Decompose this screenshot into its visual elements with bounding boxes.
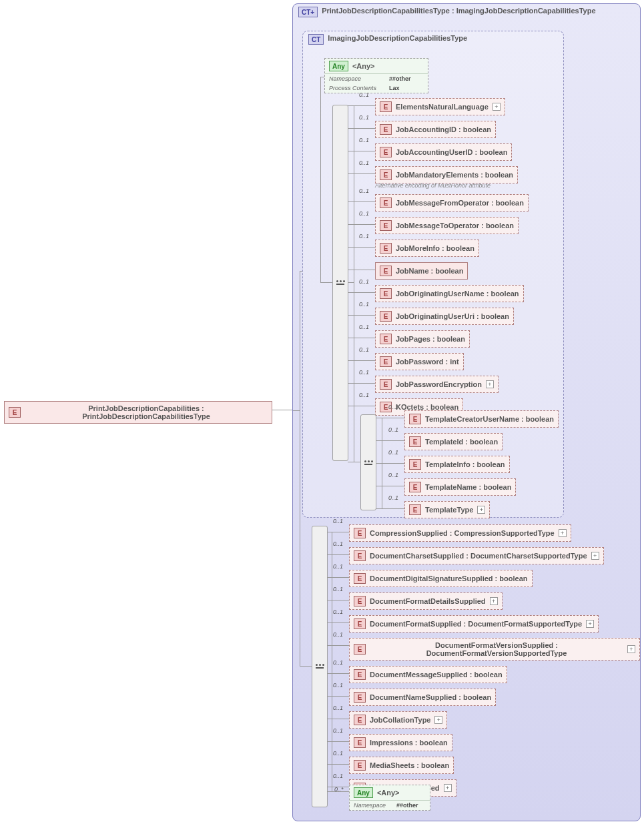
element-node[interactable]: ECompressionSupplied : CompressionSuppor… (349, 524, 571, 542)
element-label: DocumentFormatDetailsSupplied (370, 597, 486, 605)
element-label: TemplateId : boolean (425, 438, 498, 446)
e-icon: E (354, 669, 366, 680)
element-node[interactable]: ETemplateCreatorUserName : boolean (404, 410, 559, 428)
e-icon: E (354, 737, 366, 748)
cardinality: 0..1 (333, 540, 343, 547)
element-label: TemplateCreatorUserName : boolean (425, 415, 554, 423)
cardinality: 0..1 (359, 324, 369, 330)
connector (348, 173, 375, 174)
e-icon: E (354, 692, 366, 703)
any-wildcard[interactable]: Any <Any> Namespace##other Process Conte… (324, 58, 428, 93)
connector (327, 673, 349, 674)
connector (327, 623, 349, 623)
element-node[interactable]: EJobOriginatingUserUri : boolean (375, 308, 514, 325)
element-node[interactable]: EDocumentFormatDetailsSupplied+ (349, 592, 503, 610)
element-node[interactable]: EJobMessageFromOperator : boolean (375, 194, 529, 212)
any-icon: Any (354, 787, 373, 798)
any-ns-key: Namespace (354, 802, 396, 809)
element-node[interactable]: ETemplateName : boolean (404, 478, 516, 496)
element-node[interactable]: EDocumentDigitalSignatureSupplied : bool… (349, 570, 533, 587)
e-icon: E (354, 550, 366, 561)
element-node[interactable]: EJobMessageToOperator : boolean (375, 217, 519, 234)
element-node[interactable]: EJobPages : boolean (375, 330, 470, 348)
cardinality: 0..1 (359, 187, 369, 194)
element-node[interactable]: EJobPasswordEncryption+ (375, 376, 499, 393)
cardinality: 0..1 (333, 705, 343, 711)
element-node[interactable]: ETemplateType+ (404, 501, 490, 518)
ct-inner-container: CT ImagingJobDescriptionCapabilitiesType… (302, 31, 564, 518)
element-node[interactable]: EJobAccountingID : boolean (375, 121, 496, 138)
element-label: ElementsNaturalLanguage (396, 103, 489, 111)
e-icon: E (354, 760, 366, 771)
any-label: <Any> (352, 62, 375, 70)
element-label: TemplateInfo : boolean (425, 460, 505, 468)
element-node[interactable]: EDocumentCharsetSupplied : DocumentChars… (349, 547, 604, 564)
element-label: JobMessageToOperator : boolean (396, 222, 514, 230)
element-node[interactable]: EMediaSheets : boolean (349, 757, 454, 774)
e-icon: E (409, 482, 421, 492)
element-node[interactable]: EJobName : boolean (375, 262, 468, 280)
element-node[interactable]: EJobAccountingUserID : boolean (375, 143, 512, 161)
element-node[interactable]: EJobPassword : int (375, 353, 464, 370)
element-label: DocumentCharsetSupplied : DocumentCharse… (370, 552, 587, 560)
element-node[interactable]: ETemplateId : boolean (404, 433, 503, 450)
any-wildcard[interactable]: Any <Any> Namespace##other (349, 785, 430, 811)
cardinality: 0..1 (359, 369, 369, 376)
expand-icon[interactable]: + (493, 103, 501, 111)
connector (348, 247, 375, 248)
cardinality: 0..1 (333, 750, 343, 757)
e-icon: E (380, 379, 392, 390)
expand-icon[interactable]: + (559, 529, 567, 537)
connector (320, 77, 324, 77)
connector (382, 418, 382, 508)
element-node[interactable]: EJobMandatoryElements : boolean (375, 166, 518, 183)
element-label: Impressions : boolean (370, 739, 448, 747)
e-icon: E (380, 266, 392, 276)
expand-icon[interactable]: + (477, 506, 485, 514)
element-node[interactable]: EElementsNaturalLanguage+ (375, 98, 505, 115)
element-node[interactable]: EDocumentFormatVersionSupplied : Documen… (349, 638, 640, 661)
sequence-compositor[interactable] (312, 526, 328, 807)
element-node[interactable]: EImpressions : boolean (349, 734, 452, 751)
e-icon: E (9, 407, 21, 418)
element-node[interactable]: EJobMoreInfo : boolean (375, 240, 479, 257)
expand-icon[interactable]: + (486, 380, 494, 388)
ct-inner-title: ImagingJobDescriptionCapabilitiesType (328, 34, 467, 42)
connector (293, 410, 300, 411)
connector (354, 282, 354, 462)
connector (376, 440, 404, 441)
expand-icon[interactable]: + (490, 597, 498, 605)
cardinality: 0..1 (359, 91, 369, 98)
cardinality: 0..1 (388, 426, 398, 433)
e-icon: E (354, 619, 366, 629)
sequence-compositor[interactable] (360, 414, 376, 510)
expand-icon[interactable]: + (591, 552, 599, 560)
cardinality: 0..1 (359, 137, 369, 143)
element-label: TemplateName : boolean (425, 483, 511, 491)
connector (348, 282, 354, 283)
element-node[interactable]: EDocumentMessageSupplied : boolean (349, 666, 507, 683)
element-node[interactable]: ETemplateInfo : boolean (404, 456, 510, 473)
root-element[interactable]: E PrintJobDescriptionCapabilities : Prin… (4, 401, 272, 424)
element-label: DocumentDigitalSignatureSupplied : boole… (370, 574, 528, 582)
element-node[interactable]: EDocumentFormatSupplied : DocumentFormat… (349, 615, 599, 633)
connector (332, 666, 332, 791)
sequence-compositor[interactable] (332, 105, 348, 461)
expand-icon[interactable]: + (434, 716, 442, 724)
any-label: <Any> (377, 789, 400, 797)
e-icon: E (380, 311, 392, 322)
element-node[interactable]: EDocumentNameSupplied : boolean (349, 689, 496, 706)
connector (376, 486, 404, 486)
cardinality: 0..1 (333, 608, 343, 615)
expand-icon[interactable]: + (627, 645, 635, 653)
element-node[interactable]: EJobCollationType+ (349, 711, 447, 729)
connector (320, 282, 332, 283)
element-label: JobCollationType (370, 716, 430, 724)
element-node[interactable]: EJobOriginatingUserName : boolean (375, 285, 524, 302)
any-ns-key: Namespace (329, 75, 389, 82)
element-label: JobAccountingUserID : boolean (396, 148, 507, 156)
expand-icon[interactable]: + (586, 620, 594, 628)
element-label: JobName : boolean (396, 267, 463, 275)
connector (300, 666, 312, 667)
expand-icon[interactable]: + (444, 784, 452, 792)
